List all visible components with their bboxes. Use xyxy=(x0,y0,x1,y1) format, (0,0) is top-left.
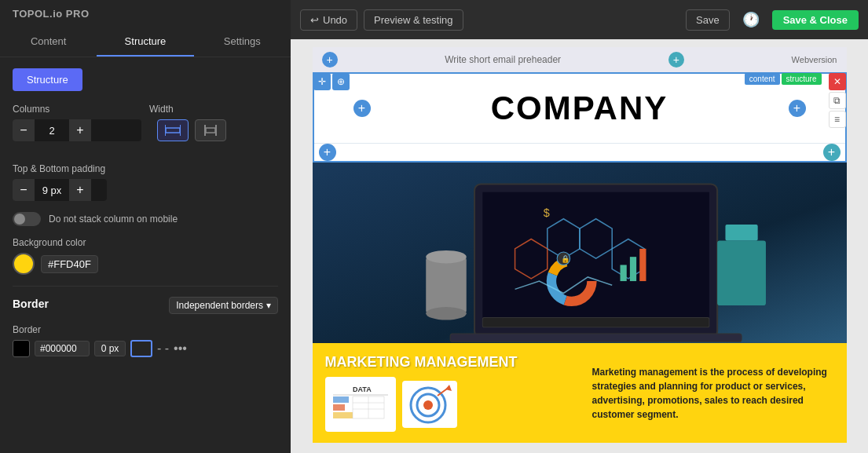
padding-stepper: − 9 px + xyxy=(13,179,107,201)
svg-text:$: $ xyxy=(543,206,549,219)
border-px-input[interactable] xyxy=(94,341,126,356)
add-block-left[interactable]: + xyxy=(353,100,371,117)
structure-active-button[interactable]: Structure xyxy=(13,68,82,91)
columns-stepper: − 2 + xyxy=(13,119,141,141)
padding-decrement[interactable]: − xyxy=(13,179,35,201)
stack-toggle[interactable] xyxy=(13,212,41,226)
app-logo: TOPOL.io PRO xyxy=(0,0,291,27)
svg-text:🔒: 🔒 xyxy=(561,254,570,264)
width-field: Width xyxy=(149,104,278,141)
undo-icon: ↩ xyxy=(310,14,319,26)
columns-decrement[interactable]: − xyxy=(13,119,35,141)
svg-rect-0 xyxy=(166,128,180,133)
divider xyxy=(13,286,278,287)
padding-value: 9 px xyxy=(35,184,69,196)
border-style-dashed-btn[interactable]: - - xyxy=(157,342,169,356)
email-container: + Write short email preheader + Webversi… xyxy=(313,47,847,443)
preview-label: Preview & testing xyxy=(374,14,452,26)
preheader-add-btn[interactable]: + xyxy=(322,52,338,68)
marketing-icons-row: DATA xyxy=(325,377,567,432)
marketing-left-col: MARKETING MANAGEMENT DATA xyxy=(313,343,580,443)
svg-rect-28 xyxy=(725,225,757,241)
sidebar: TOPOL.io PRO Content Structure Settings … xyxy=(0,0,291,453)
company-section: ✛ ⊕ content structure ✕ ⧉ ≡ + xyxy=(313,72,847,163)
svg-rect-27 xyxy=(717,241,766,305)
svg-rect-22 xyxy=(482,317,709,327)
border-label: Border xyxy=(13,324,278,335)
bg-color-label: Background color xyxy=(13,237,278,248)
drag-handle[interactable]: ⊕ xyxy=(332,73,350,90)
marketing-title: MARKETING MANAGEMENT xyxy=(325,354,567,371)
width-btn-full[interactable] xyxy=(157,119,189,141)
width-btn-narrow[interactable] xyxy=(195,119,226,141)
border-type-dropdown[interactable]: Independent borders ▾ xyxy=(169,297,278,314)
save-button[interactable]: Save xyxy=(686,9,730,31)
undo-button[interactable]: ↩ Undo xyxy=(300,9,357,31)
preview-button[interactable]: Preview & testing xyxy=(364,9,463,31)
canvas-area: + Write short email preheader + Webversi… xyxy=(291,39,868,453)
svg-rect-8 xyxy=(482,192,709,318)
svg-point-25 xyxy=(426,250,467,263)
stack-section-btn[interactable]: ≡ xyxy=(829,111,846,128)
history-icon: 🕐 xyxy=(742,12,760,27)
stack-label: Do not stack column on mobile xyxy=(49,214,178,225)
border-style-dotted-btn[interactable]: ••• xyxy=(174,342,187,356)
chevron-down-icon: ▾ xyxy=(266,300,271,311)
undo-label: Undo xyxy=(323,14,347,26)
marketing-description: Marketing management is the process of d… xyxy=(592,365,834,422)
svg-rect-32 xyxy=(333,396,349,403)
webversion-label: Webversion xyxy=(792,55,837,64)
padding-increment[interactable]: + xyxy=(69,179,91,201)
add-block-right[interactable]: + xyxy=(789,100,806,117)
save-label: Save xyxy=(696,14,720,26)
copy-section-btn[interactable]: ⧉ xyxy=(829,92,846,109)
bg-color-value[interactable]: #FFD40F xyxy=(41,255,98,273)
border-type-label: Independent borders xyxy=(176,300,263,311)
structure-badge[interactable]: structure xyxy=(782,73,822,85)
section-right-controls: ✕ ⧉ ≡ xyxy=(829,73,846,128)
save-close-button[interactable]: Save & Close xyxy=(772,10,859,30)
border-style-solid-btn[interactable] xyxy=(130,340,152,357)
svg-rect-16 xyxy=(620,265,626,281)
tab-content[interactable]: Content xyxy=(0,27,97,57)
data-table-svg: DATA xyxy=(329,381,392,428)
svg-point-41 xyxy=(423,400,433,410)
width-options xyxy=(157,119,278,141)
topbar: ↩ Undo Preview & testing Save 🕐 Save & C… xyxy=(291,0,868,39)
columns-label: Columns xyxy=(13,104,141,115)
content-badge[interactable]: content xyxy=(745,73,780,85)
bg-color-swatch[interactable] xyxy=(13,253,35,275)
padding-field: Top & Bottom padding − 9 px + xyxy=(13,163,278,201)
preheader-text[interactable]: Write short email preheader xyxy=(445,54,561,65)
image-block: $ 🔒 xyxy=(313,163,847,343)
section-badges: content structure xyxy=(745,73,822,85)
data-icon: DATA xyxy=(325,377,396,432)
section-top-controls: ✛ ⊕ xyxy=(313,73,350,90)
sidebar-content: Structure Columns − 2 + Width xyxy=(0,57,291,453)
tab-structure[interactable]: Structure xyxy=(97,27,193,57)
columns-value: 2 xyxy=(35,125,69,137)
preheader-add-btn-right[interactable]: + xyxy=(668,52,684,68)
target-svg xyxy=(406,383,453,426)
move-handle[interactable]: ✛ xyxy=(313,73,331,90)
columns-increment[interactable]: + xyxy=(69,119,91,141)
add-row-left[interactable]: + xyxy=(319,144,336,161)
add-row-right[interactable]: + xyxy=(823,144,841,161)
width-label: Width xyxy=(149,104,278,115)
main-area: ↩ Undo Preview & testing Save 🕐 Save & C… xyxy=(291,0,868,453)
company-title[interactable]: COMPANY xyxy=(330,90,830,127)
target-icon xyxy=(402,381,457,428)
svg-text:DATA: DATA xyxy=(353,385,372,393)
history-button[interactable]: 🕐 xyxy=(736,7,766,32)
border-controls: - - ••• xyxy=(13,340,278,357)
svg-rect-34 xyxy=(333,412,353,418)
svg-rect-3 xyxy=(206,128,215,133)
tab-settings[interactable]: Settings xyxy=(194,27,291,57)
border-color-swatch[interactable] xyxy=(13,340,30,357)
padding-label: Top & Bottom padding xyxy=(13,163,278,174)
svg-rect-17 xyxy=(629,257,635,281)
border-color-input[interactable] xyxy=(35,341,90,356)
svg-rect-24 xyxy=(426,257,467,313)
delete-section-btn[interactable]: ✕ xyxy=(829,73,846,90)
bg-color-row: #FFD40F xyxy=(13,253,278,275)
